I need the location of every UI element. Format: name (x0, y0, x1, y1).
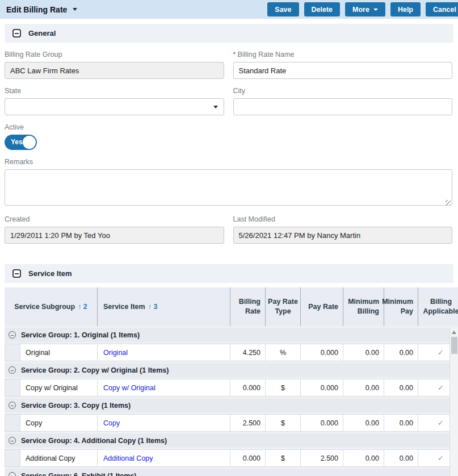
table-row: Copy w/ Original Copy w/ Original 0.000 … (5, 379, 458, 396)
chevron-down-icon (213, 106, 218, 108)
table-row: Original Original 4.250 % 0.000 0.00 0.0… (5, 344, 458, 361)
help-button-label: Help (398, 6, 413, 14)
general-section-title: General (28, 29, 56, 37)
collapse-icon[interactable] (12, 29, 21, 37)
collapse-group-icon[interactable] (9, 366, 16, 374)
column-header-billing-rate[interactable]: Billing Rate (230, 287, 266, 326)
service-subgroup-cell: Original (20, 344, 98, 361)
remarks-wrap (5, 169, 452, 207)
check-icon: ✓ (438, 419, 444, 427)
collapse-group-icon[interactable] (9, 402, 16, 409)
created-label: Created (5, 215, 224, 223)
service-item-link[interactable]: Original (103, 349, 128, 357)
collapse-group-icon[interactable] (9, 331, 16, 339)
collapse-icon[interactable] (12, 269, 21, 278)
save-button[interactable]: Save (267, 2, 299, 16)
collapse-group-icon[interactable] (9, 437, 16, 444)
row-indent-cell (5, 449, 20, 467)
active-toggle-state: Yes (11, 138, 23, 146)
group-header-row: Service Group: 6. Exhibit (1 Items) (5, 469, 458, 476)
pay-rate-type-cell: % (266, 344, 301, 361)
cancel-button[interactable]: Cancel (426, 2, 458, 16)
pay-rate-cell: 0.000 (301, 344, 343, 361)
state-select[interactable] (5, 98, 224, 115)
delete-button[interactable]: Delete (304, 2, 341, 16)
more-button-label: More (352, 6, 369, 14)
city-label: City (233, 87, 453, 95)
column-header-label: Pay Rate (308, 302, 338, 312)
pay-rate-type-cell: $ (266, 449, 301, 467)
service-item-link[interactable]: Copy w/ Original (103, 384, 156, 392)
column-header-label: Pay Rate Type (266, 297, 300, 316)
row-indent-cell (5, 379, 20, 396)
column-header-label: Billing Rate (235, 297, 260, 316)
row-indent-cell (5, 414, 20, 432)
column-header-label: Minimum Billing (348, 297, 379, 316)
group-header-label: Service Group: 1. Original (1 Items) (21, 331, 140, 339)
check-icon: ✓ (438, 454, 444, 462)
service-item-table: Service Subgroup ↑ 2 Service Item ↑ 3 Bi… (5, 287, 458, 476)
general-form: Billing Rate Group *Billing Rate Name St… (0, 43, 458, 244)
service-item-cell: Additional Copy (98, 449, 230, 467)
billing-rate-name-label: *Billing Rate Name (233, 51, 453, 59)
check-icon: ✓ (438, 348, 444, 357)
billing-rate-name-field[interactable] (233, 62, 453, 79)
cancel-button-label: Cancel (433, 6, 456, 14)
column-header-pay-rate[interactable]: Pay Rate (301, 287, 343, 326)
column-header-label: Service Subgroup (14, 302, 75, 312)
pay-rate-cell: 0.000 (301, 414, 343, 432)
group-header-row: Service Group: 3. Copy (1 Items) (5, 398, 458, 412)
sort-indicator: ↑ 2 (78, 302, 87, 312)
more-button[interactable]: More (345, 2, 385, 16)
table-vertical-scrollbar[interactable] (449, 328, 458, 476)
group-header-row: Service Group: 4. Additional Copy (1 Ite… (5, 433, 458, 448)
chevron-down-icon (373, 9, 378, 11)
minimum-pay-cell: 0.00 (384, 379, 418, 396)
group-header-label: Service Group: 4. Additional Copy (1 Ite… (21, 437, 167, 445)
column-header-label: Billing Applicable (418, 297, 458, 316)
row-indent-cell (5, 344, 20, 361)
column-header-label: Minimum Pay (382, 297, 413, 316)
active-label: Active (5, 123, 452, 131)
help-button[interactable]: Help (390, 2, 421, 16)
save-button-label: Save (275, 6, 291, 14)
group-header-label: Service Group: 3. Copy (1 Items) (21, 402, 131, 410)
column-header-minimum-billing[interactable]: Minimum Billing (343, 287, 384, 326)
table-row: Copy Copy 2.500 $ 0.000 0.00 0.00 ✓ (5, 414, 458, 432)
toggle-knob (23, 136, 36, 149)
table-header-row: Service Subgroup ↑ 2 Service Item ↑ 3 Bi… (5, 287, 458, 326)
page-title: Edit Billing Rate (6, 5, 67, 14)
group-header-label: Service Group: 6. Exhibit (1 Items) (21, 472, 137, 476)
service-item-cell: Copy (98, 414, 230, 432)
column-header-service-item[interactable]: Service Item ↑ 3 (98, 287, 230, 326)
minimum-billing-cell: 0.00 (343, 414, 384, 432)
last-modified-field (233, 227, 453, 244)
scrollbar-thumb[interactable] (451, 337, 457, 354)
collapse-group-icon[interactable] (9, 472, 16, 476)
table-row: Additional Copy Additional Copy 0.000 $ … (5, 449, 458, 467)
remarks-label: Remarks (5, 158, 452, 166)
pay-rate-cell: 2.500 (301, 449, 343, 467)
service-subgroup-cell: Additional Copy (20, 449, 98, 467)
service-item-link[interactable]: Copy (103, 419, 120, 427)
remarks-field[interactable] (5, 169, 452, 206)
required-asterisk: * (233, 51, 236, 59)
column-header-service-subgroup[interactable]: Service Subgroup ↑ 2 (5, 287, 98, 326)
billing-rate-group-field (5, 62, 224, 79)
active-toggle[interactable]: Yes (5, 135, 37, 150)
city-field[interactable] (233, 98, 453, 115)
page-title-menu[interactable]: Edit Billing Rate (6, 5, 77, 14)
group-header-row: Service Group: 1. Original (1 Items) (5, 328, 458, 342)
column-header-billing-applicable[interactable]: Billing Applicable (418, 287, 458, 326)
column-header-pay-rate-type[interactable]: Pay Rate Type (266, 287, 301, 326)
billing-rate-cell: 0.000 (230, 379, 266, 396)
scroll-up-icon[interactable] (452, 331, 456, 334)
column-header-minimum-pay[interactable]: Minimum Pay (384, 287, 418, 326)
minimum-billing-cell: 0.00 (343, 379, 384, 396)
service-item-cell: Copy w/ Original (98, 379, 230, 396)
state-label: State (5, 87, 224, 95)
minimum-pay-cell: 0.00 (384, 449, 418, 467)
service-subgroup-cell: Copy w/ Original (20, 379, 98, 396)
service-item-cell: Original (98, 344, 230, 361)
service-item-link[interactable]: Additional Copy (103, 454, 153, 462)
